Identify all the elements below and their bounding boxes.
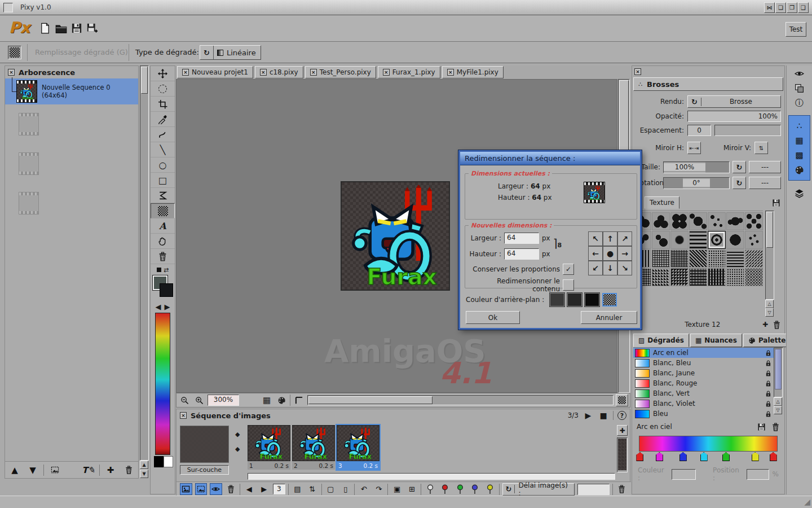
- anchor-cell-1[interactable]: ↑: [603, 231, 617, 246]
- texture-swatch-11[interactable]: [689, 231, 707, 249]
- texture-swatch-7[interactable]: [745, 212, 763, 230]
- zoom-in-icon[interactable]: [193, 396, 205, 405]
- new-width-input[interactable]: 64: [504, 233, 539, 244]
- tab-close-icon[interactable]: ×: [383, 69, 390, 76]
- gradient-stop-4[interactable]: [722, 452, 730, 461]
- add-frame-button[interactable]: ✚: [617, 425, 628, 436]
- rotate-frame-right-button[interactable]: ↷: [373, 483, 385, 495]
- gradient-preview-bar[interactable]: [639, 436, 778, 452]
- delay-input[interactable]: [577, 484, 610, 495]
- lock-icon[interactable]: [765, 410, 772, 418]
- trash-tool[interactable]: [151, 249, 175, 264]
- export-frame-button[interactable]: ⊞: [406, 483, 418, 495]
- add-sequence-button[interactable]: ✚: [103, 463, 118, 478]
- palette-next-icon[interactable]: ▶: [165, 303, 170, 311]
- texture-panel-button[interactable]: ▦: [789, 134, 810, 147]
- save-as-button[interactable]: [83, 21, 101, 36]
- miroir-v-checkbox[interactable]: ⇅: [754, 142, 768, 154]
- texture-swatch-10[interactable]: [670, 231, 689, 249]
- title-bar[interactable]: Pixy v1.0 ⋈❏❐❑: [0, 0, 812, 15]
- tab-myfile1-pixy[interactable]: ×MyFile1.pixy: [442, 66, 504, 78]
- tab-dégradés[interactable]: ▨Dégradés: [633, 334, 689, 347]
- next-frame-button[interactable]: ▶: [258, 483, 270, 495]
- onion-red-pin[interactable]: [439, 483, 451, 495]
- palette-panel-button[interactable]: [789, 163, 810, 177]
- lock-icon[interactable]: [765, 360, 772, 367]
- bg-color-swatch-1[interactable]: [567, 293, 582, 306]
- bg-color-swatch-0[interactable]: [550, 293, 564, 306]
- move-up-button[interactable]: ▲: [7, 463, 22, 478]
- ruler-toggle-icon[interactable]: [293, 396, 305, 405]
- texture-swatch-2[interactable]: [652, 212, 670, 230]
- lock-icon[interactable]: [765, 370, 772, 377]
- gradient-stop-2[interactable]: [679, 452, 687, 461]
- preview-toggle-button[interactable]: [789, 67, 810, 80]
- frame-2[interactable]: 20.2 s: [292, 425, 335, 470]
- texture-swatch-12[interactable]: [708, 231, 726, 249]
- texture-add-icon[interactable]: ✚: [762, 321, 768, 329]
- tree-scrollbar-thumb[interactable]: [141, 67, 148, 94]
- gradient-fill-tool[interactable]: [151, 203, 175, 218]
- gradient-scroll-thumb[interactable]: [775, 349, 782, 389]
- stop-button[interactable]: ■: [598, 411, 609, 420]
- tree-scroll-up[interactable]: ▲: [140, 461, 148, 469]
- gradient-delete-icon[interactable]: [771, 423, 780, 431]
- texture-swatch-6[interactable]: [726, 212, 744, 230]
- anchor-cell-8[interactable]: ↘: [617, 261, 632, 275]
- espacement-slider[interactable]: [714, 125, 781, 136]
- resize-grip[interactable]: ◢: [804, 497, 810, 506]
- play-button[interactable]: ▶: [582, 411, 594, 420]
- palette-view-icon[interactable]: [275, 396, 288, 405]
- cancel-button[interactable]: Annuler: [581, 311, 637, 324]
- texture-swatch-21[interactable]: [745, 249, 763, 268]
- depth-front-gadget[interactable]: ❑: [798, 2, 809, 13]
- dialog-title-bar[interactable]: Redimensionner la séquence :: [460, 152, 640, 165]
- texture-swatch-23[interactable]: [652, 268, 670, 286]
- white-swatch[interactable]: [164, 456, 173, 467]
- select-tool[interactable]: [151, 81, 175, 97]
- curve-tool[interactable]: [151, 127, 175, 142]
- move-tool[interactable]: [151, 66, 175, 81]
- texture-scroll-up[interactable]: △: [765, 300, 774, 308]
- swap-colors-icon[interactable]: ⇄: [164, 266, 169, 274]
- picker-tool[interactable]: [151, 112, 175, 127]
- anchor-cell-3[interactable]: ←: [588, 246, 603, 261]
- right-panel-close-icon[interactable]: ×: [634, 68, 641, 75]
- info-button[interactable]: ⓘ: [789, 96, 810, 110]
- gradient-item-3[interactable]: Blanc, Rouge: [633, 378, 774, 388]
- zoom-level-field[interactable]: 300%: [208, 395, 239, 406]
- stop-color-field[interactable]: [672, 469, 696, 480]
- rect-tool[interactable]: □: [151, 173, 175, 188]
- texture-swatch-24[interactable]: [670, 268, 689, 286]
- underlay-toggle-button[interactable]: [180, 483, 192, 495]
- texture-swatch-14[interactable]: [745, 231, 763, 249]
- tiles-panel-button[interactable]: ▩: [789, 148, 810, 162]
- rotation-slider[interactable]: 0°: [663, 177, 730, 189]
- palette-prev-icon[interactable]: ◀: [156, 303, 161, 311]
- sequence-vscroll-thumb[interactable]: [618, 439, 626, 470]
- texture-save-icon[interactable]: [770, 199, 782, 207]
- anchor-cell-4[interactable]: ●: [603, 246, 617, 261]
- gradient-scrollbar[interactable]: [774, 348, 783, 397]
- tree-close-icon[interactable]: ×: [8, 69, 15, 76]
- texture-swatch-18[interactable]: [689, 249, 707, 268]
- overlay-thumbnail[interactable]: [180, 426, 229, 463]
- transparency-toggle[interactable]: [616, 394, 628, 406]
- delete-frame-button[interactable]: [225, 483, 237, 495]
- duplicate-button[interactable]: [47, 463, 62, 478]
- delete-sequence-button[interactable]: [121, 463, 136, 478]
- tab-close-icon[interactable]: ×: [310, 69, 317, 76]
- texture-delete-icon[interactable]: [773, 321, 781, 329]
- anchor-cell-6[interactable]: ↙: [588, 261, 603, 275]
- zoom-out-icon[interactable]: [178, 396, 191, 405]
- swap-frames-button[interactable]: ⇅: [306, 483, 318, 495]
- texture-swatch-27[interactable]: [726, 268, 744, 286]
- texture-swatch-26[interactable]: [708, 268, 726, 286]
- help-button[interactable]: ?: [617, 411, 626, 420]
- texture-swatch-4[interactable]: [689, 212, 707, 230]
- zoom-gadget[interactable]: ❏: [775, 2, 786, 13]
- insert-frame-button[interactable]: ▤: [292, 483, 303, 495]
- polygon-tool[interactable]: [151, 188, 175, 203]
- tab-c18-pixy[interactable]: ×c18.pixy: [255, 66, 303, 78]
- texture-swatch-5[interactable]: [708, 212, 726, 230]
